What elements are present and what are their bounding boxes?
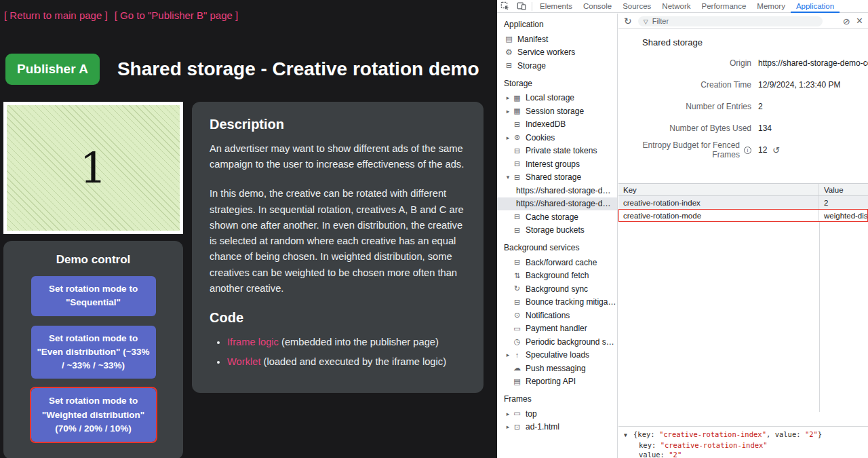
speculative-loads-icon xyxy=(512,351,522,359)
cell-value: weighted-dist xyxy=(819,209,868,222)
publisher-b-link[interactable]: [ Go to "Publisher B" page ] xyxy=(115,9,238,21)
sidebar-item-cookies[interactable]: Cookies xyxy=(497,131,617,145)
sidebar-item-local-storage[interactable]: Local storage xyxy=(497,92,617,105)
description-panel: Description An advertiser may want to sh… xyxy=(192,102,484,393)
sidebar-item-frame-top[interactable]: top xyxy=(497,407,617,421)
rotation-sequential-button[interactable]: Set rotation mode to "Sequential" xyxy=(31,276,156,316)
sidebar-item-service-workers[interactable]: Service workers xyxy=(497,46,617,60)
sidebar-item-back-forward-cache[interactable]: Back/forward cache xyxy=(497,256,617,269)
sidebar-item-push-messaging[interactable]: Push messaging xyxy=(497,362,617,375)
item-label: Cache storage xyxy=(526,212,578,222)
sidebar-item-speculative-loads[interactable]: Speculative loads xyxy=(497,349,617,362)
devtools-main-pane: Shared storage Origin https://shared-sto… xyxy=(618,14,868,458)
table-row[interactable]: creative-rotation-index 2 xyxy=(618,196,868,209)
chevron-right-icon[interactable] xyxy=(504,108,512,115)
sidebar-item-cache-storage[interactable]: Cache storage xyxy=(497,210,617,224)
column-header-value[interactable]: Value xyxy=(819,184,868,195)
left-column: 1 Demo control Set rotation mode to "Seq… xyxy=(3,102,183,458)
sidebar-item-session-storage[interactable]: Session storage xyxy=(497,104,617,118)
table-header: Key Value xyxy=(618,183,868,196)
worklet-link[interactable]: Worklet xyxy=(227,356,261,367)
sidebar-item-manifest[interactable]: Manifest xyxy=(497,33,617,46)
preview-object-line: {key: "creative-rotation-index", value: … xyxy=(624,430,868,440)
info-icon[interactable] xyxy=(744,147,751,154)
sidebar-item-notifications[interactable]: Notifications xyxy=(497,309,617,322)
tab-elements[interactable]: Elements xyxy=(534,0,578,13)
filter-box[interactable] xyxy=(638,16,823,26)
sidebar-item-interest-groups[interactable]: Interest groups xyxy=(497,157,617,171)
sidebar-item-bounce-tracking[interactable]: Bounce tracking mitiga… xyxy=(497,296,617,309)
sidebar-item-background-fetch[interactable]: Background fetch xyxy=(497,269,617,283)
sidebar-item-background-sync[interactable]: Background sync xyxy=(497,282,617,296)
table-icon xyxy=(512,107,522,115)
rotation-even-button[interactable]: Set rotation mode to "Even distribution"… xyxy=(31,326,156,379)
database-icon xyxy=(512,298,522,307)
metadata-row-bytes-used: Number of Bytes Used 134 xyxy=(618,117,868,139)
tab-performance[interactable]: Performance xyxy=(696,0,752,13)
iframe-logic-link[interactable]: Iframe logic xyxy=(227,337,279,347)
rotation-weighted-button[interactable]: Set rotation mode to "Weighted distribut… xyxy=(31,388,156,442)
sidebar-item-payment-handler[interactable]: Payment handler xyxy=(497,322,617,336)
metadata-label: Number of Entries xyxy=(618,102,751,111)
item-label: Local storage xyxy=(526,93,574,102)
entry-preview-pane: {key: "creative-rotation-index", value: … xyxy=(618,426,868,458)
database-icon xyxy=(512,258,522,267)
filter-input[interactable] xyxy=(652,17,817,25)
section-title: Frames xyxy=(497,388,617,407)
tab-application[interactable]: Application xyxy=(791,0,840,13)
chevron-down-icon[interactable] xyxy=(504,174,512,180)
tab-console[interactable]: Console xyxy=(578,0,617,13)
sidebar-item-indexeddb[interactable]: IndexedDB xyxy=(497,118,617,132)
shared-storage-origin-item-selected[interactable]: https://shared-storage-d… xyxy=(497,197,617,211)
item-label: Background sync xyxy=(526,284,588,294)
sidebar-item-private-state-tokens[interactable]: Private state tokens xyxy=(497,145,617,158)
refresh-icon[interactable] xyxy=(624,16,632,26)
clear-icon[interactable] xyxy=(843,16,850,26)
shared-storage-table: Key Value creative-rotation-index 2 crea… xyxy=(618,183,868,412)
tab-sources[interactable]: Sources xyxy=(617,0,656,13)
reset-budget-icon[interactable] xyxy=(772,145,780,155)
sidebar-item-storage[interactable]: Storage xyxy=(497,59,617,73)
sidebar-item-frame-ad1[interactable]: ad-1.html xyxy=(497,421,617,434)
metadata-row-entries: Number of Entries 2 xyxy=(618,96,868,117)
item-label: ad-1.html xyxy=(526,422,559,432)
item-label: Speculative loads xyxy=(526,350,589,360)
chevron-right-icon[interactable] xyxy=(504,423,512,430)
payment-card-icon xyxy=(512,324,522,333)
report-icon xyxy=(512,377,522,386)
item-label: Shared storage xyxy=(526,172,581,182)
database-icon xyxy=(512,173,522,182)
item-label: Service workers xyxy=(517,47,575,57)
code-list: Iframe logic (embedded into the publishe… xyxy=(214,335,466,369)
item-label: Notifications xyxy=(526,311,570,320)
chevron-right-icon[interactable] xyxy=(504,134,512,141)
inspect-icon[interactable] xyxy=(497,0,513,12)
item-label: Storage buckets xyxy=(526,225,585,235)
chevron-right-icon[interactable] xyxy=(504,351,512,358)
item-label: Cookies xyxy=(526,133,555,142)
tab-memory[interactable]: Memory xyxy=(751,0,791,13)
close-icon[interactable] xyxy=(856,15,863,27)
metadata-label: Creation Time xyxy=(618,80,751,90)
description-paragraph: An advertiser may want to show different… xyxy=(210,141,466,172)
return-main-link[interactable]: [ Return to main page ] xyxy=(4,9,108,21)
frame-icon xyxy=(512,409,522,418)
filter-funnel-icon xyxy=(644,16,648,26)
sidebar-item-reporting-api[interactable]: Reporting API xyxy=(497,375,617,389)
sidebar-item-shared-storage[interactable]: Shared storage xyxy=(497,171,617,185)
tab-network[interactable]: Network xyxy=(656,0,696,13)
device-toolbar-icon[interactable] xyxy=(513,0,530,12)
devtools-tabbar: Elements Console Sources Network Perform… xyxy=(497,0,868,13)
shared-storage-origin-item[interactable]: https://shared-storage-d… xyxy=(497,184,617,197)
chevron-right-icon[interactable] xyxy=(504,94,512,101)
demo-control-panel: Demo control Set rotation mode to "Seque… xyxy=(3,241,183,458)
table-row-highlighted[interactable]: creative-rotation-mode weighted-dist xyxy=(618,209,868,222)
triangle-down-icon[interactable] xyxy=(624,430,633,440)
sidebar-item-storage-buckets[interactable]: Storage buckets xyxy=(497,224,617,237)
item-label: https://shared-storage-d… xyxy=(516,186,610,195)
sidebar-item-periodic-background-sync[interactable]: Periodic background s… xyxy=(497,335,617,349)
property-name: value: xyxy=(639,451,665,458)
chevron-right-icon[interactable] xyxy=(504,411,512,417)
column-header-key[interactable]: Key xyxy=(618,184,819,195)
sidebar-section-frames: Frames top ad-1.html xyxy=(497,388,617,434)
